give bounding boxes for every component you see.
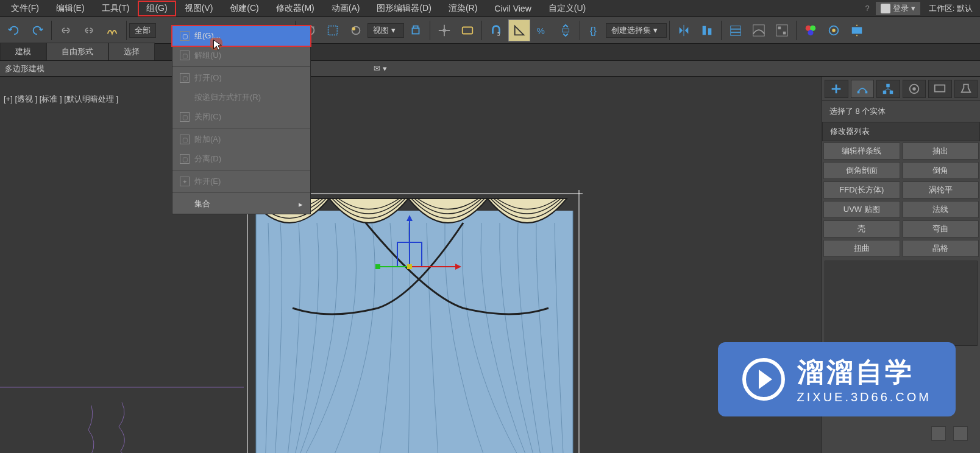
bind-button[interactable] (101, 19, 123, 41)
keyboard-shortcut-button[interactable] (456, 19, 478, 41)
render-setup-button[interactable] (823, 19, 845, 41)
undo-button[interactable] (3, 19, 25, 41)
menu-tools[interactable]: 工具(T) (93, 1, 138, 16)
named-selection-dropdown[interactable]: 创建选择集 ▾ (606, 23, 667, 38)
svg-rect-6 (463, 27, 473, 33)
modifier-stack[interactable] (825, 261, 978, 346)
unlink-button[interactable] (78, 19, 100, 41)
selection-filter[interactable]: 全部 (129, 23, 156, 38)
pivot-center-button[interactable] (405, 19, 427, 41)
watermark: 溜溜自学 ZIXUE.3D66.COM (718, 342, 956, 416)
modifier-list-dropdown[interactable]: 修改器列表 (822, 122, 980, 141)
svg-point-44 (912, 87, 916, 91)
svg-point-3 (352, 27, 356, 30)
tab-freeform[interactable]: 自由形式 (46, 43, 108, 60)
bottom-icon-1[interactable] (931, 426, 946, 441)
workspace-selector[interactable]: 工作区: 默认 (924, 1, 978, 16)
btn-shell[interactable]: 壳 (823, 220, 900, 237)
percent-snap-button[interactable]: % (531, 19, 553, 41)
dropdown-group[interactable]: ▢ 组(G)... (171, 25, 311, 47)
menu-graph-editors[interactable]: 图形编辑器(D) (368, 1, 439, 16)
svg-rect-25 (852, 27, 862, 33)
svg-rect-45 (935, 85, 945, 91)
tab-modify-panel[interactable] (851, 80, 875, 98)
menu-create[interactable]: 创建(C) (221, 1, 267, 16)
btn-normal[interactable]: 法线 (903, 201, 979, 218)
dropdown-open-recursive[interactable]: 按递归方式打开(R) (172, 88, 310, 107)
ref-coord-dropdown[interactable]: 视图 ▾ (367, 23, 404, 38)
placement-button[interactable] (345, 19, 367, 41)
tab-select[interactable]: 选择 (108, 43, 155, 60)
tab-utilities-panel[interactable] (954, 80, 978, 98)
svg-rect-40 (887, 83, 890, 87)
btn-uvw-map[interactable]: UVW 贴图 (823, 201, 900, 218)
tab-hierarchy-panel[interactable] (876, 80, 900, 98)
svg-rect-1 (328, 26, 338, 35)
svg-rect-15 (731, 32, 741, 35)
bottom-icon-2[interactable] (953, 426, 968, 441)
spinner-snap-button[interactable] (555, 19, 577, 41)
menu-view[interactable]: 视图(V) (176, 1, 222, 16)
svg-rect-41 (883, 90, 887, 94)
angle-snap-button[interactable] (508, 19, 530, 41)
btn-bevel-profile[interactable]: 倒角剖面 (823, 162, 900, 179)
dropdown-assembly[interactable]: 集合 ▸ (172, 194, 310, 214)
btn-ffd-box[interactable]: FFD(长方体) (823, 181, 900, 198)
tab-display-panel[interactable] (928, 80, 952, 98)
snap-toggle-button[interactable]: 3 (485, 19, 507, 41)
viewport-canvas (0, 77, 822, 453)
login-dropdown-arrow: ▾ (911, 4, 915, 13)
render-button[interactable] (846, 19, 868, 41)
command-panel-tabs (822, 77, 980, 101)
dropdown-open[interactable]: ▢ 打开(O) (172, 68, 310, 88)
menu-animation[interactable]: 动画(A) (323, 1, 369, 16)
btn-lattice[interactable]: 晶格 (903, 240, 979, 257)
ribbon-tabs: 建模 自由形式 选择 (0, 44, 980, 61)
layer-button[interactable] (725, 19, 747, 41)
btn-extrude[interactable]: 抽出 (903, 142, 979, 160)
btn-twist[interactable]: 扭曲 (823, 240, 900, 257)
link-button[interactable] (55, 19, 77, 41)
mirror-button[interactable] (673, 19, 695, 41)
dropdown-explode[interactable]: ✦ 炸开(E) (172, 172, 310, 191)
tab-modeling[interactable]: 建模 (0, 43, 46, 60)
btn-bend[interactable]: 弯曲 (903, 220, 979, 237)
scale-button[interactable] (322, 19, 344, 41)
svg-text:{}: {} (590, 24, 597, 35)
align-button[interactable] (696, 19, 718, 41)
menu-custom[interactable]: 自定义(U) (540, 1, 594, 16)
menu-civil-view[interactable]: Civil View (486, 1, 539, 16)
dropdown-attach[interactable]: ▢ 附加(A) (172, 130, 310, 149)
group-dropdown-menu: ▢ 组(G)... ▢ 解组(U) ▢ 打开(O) 按递归方式打开(R) ▢ 关… (172, 26, 311, 214)
manipulate-button[interactable] (433, 19, 455, 41)
open-icon: ▢ (180, 73, 190, 83)
svg-rect-38 (857, 91, 860, 93)
viewport[interactable]: [+] [透视 ] [标准 ] [默认明暗处理 ] (0, 77, 822, 453)
menu-render[interactable]: 渲染(R) (440, 1, 486, 16)
help-icon[interactable]: ? (865, 4, 870, 13)
poly-modeling-label[interactable]: 多边形建模 (5, 63, 44, 74)
menu-modifiers[interactable]: 修改器(M) (268, 1, 323, 16)
material-editor-button[interactable] (800, 19, 822, 41)
menu-file[interactable]: 文件(F) (2, 1, 48, 16)
dropdown-detach[interactable]: ▢ 分离(D) (172, 149, 310, 169)
btn-turbo[interactable]: 涡轮平 (903, 181, 979, 198)
dropdown-ungroup[interactable]: ▢ 解组(U) (172, 46, 310, 65)
ribbon-sub-bar: 多边形建模 ✉ ▾ (0, 61, 980, 77)
menu-edit[interactable]: 编辑(E) (48, 1, 93, 16)
mail-icon[interactable]: ✉ ▾ (374, 64, 387, 73)
tab-create-panel[interactable] (825, 80, 848, 98)
svg-point-22 (808, 30, 813, 35)
editset-button[interactable]: {} (583, 19, 605, 41)
redo-button[interactable] (26, 19, 48, 41)
curve-editor-button[interactable] (748, 19, 770, 41)
tab-motion-panel[interactable] (903, 80, 926, 98)
login-box[interactable]: 登录 ▾ (876, 2, 920, 15)
svg-rect-19 (783, 31, 786, 34)
main-toolbar: 全部 视图 ▾ 3 % {} 创建选择集 ▾ (0, 17, 980, 44)
btn-bevel[interactable]: 倒角 (903, 162, 979, 179)
dropdown-close[interactable]: ▢ 关闭(C) (172, 107, 310, 127)
menu-group[interactable]: 组(G) (138, 1, 176, 16)
btn-edit-spline[interactable]: 编辑样条线 (823, 142, 900, 160)
schematic-view-button[interactable] (771, 19, 793, 41)
